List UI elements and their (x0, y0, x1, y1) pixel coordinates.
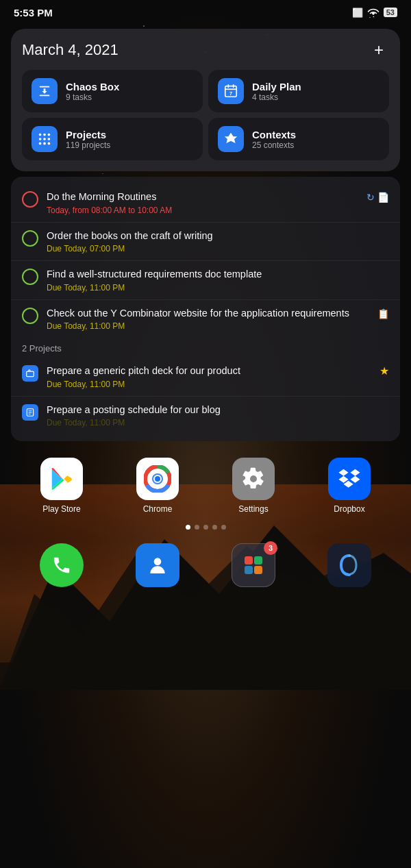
task-title: Prepare a posting schedule for our blog (47, 404, 389, 417)
task-checkbox[interactable] (22, 191, 38, 208)
app-grid: Play Store (0, 447, 411, 521)
status-bar: 5:53 PM ⬜ 53 (0, 0, 411, 25)
wifi-icon (367, 8, 379, 17)
page-dot-4[interactable] (212, 525, 217, 530)
task-body: Find a well-structured requirements doc … (47, 268, 389, 293)
app-item-playstore[interactable]: Play Store (34, 458, 89, 514)
svg-point-18 (48, 142, 51, 145)
svg-point-10 (39, 134, 42, 136)
project-task-item[interactable]: Prepare a generic pitch deck for our pro… (11, 358, 400, 396)
app-label-playstore: Play Store (42, 504, 80, 514)
dock-arc[interactable] (327, 543, 371, 587)
note-type-icon (22, 404, 38, 421)
dropbox-icon (328, 458, 371, 500)
svg-rect-32 (245, 566, 253, 574)
app-label-chrome: Chrome (143, 504, 173, 514)
daily-plan-title: Daily Plan (252, 81, 301, 92)
page-dot-2[interactable] (195, 525, 199, 530)
widget-buttons-grid: Chaos Box 9 tasks 7 Daily Plan 4 (22, 70, 389, 160)
project-task-item[interactable]: Prepare a posting schedule for our blog … (11, 396, 400, 435)
task-icons: 📋 (377, 308, 389, 319)
svg-point-15 (48, 138, 51, 140)
apps-badge: 3 (264, 541, 277, 555)
task-checkbox[interactable] (22, 308, 38, 324)
daily-plan-icon: 7 (218, 78, 244, 104)
note-icon: 📋 (377, 308, 389, 319)
battery-level: 53 (386, 8, 395, 16)
task-item[interactable]: Find a well-structured requirements doc … (11, 260, 400, 299)
daily-plan-subtitle: 4 tasks (252, 92, 301, 102)
svg-rect-4 (40, 86, 50, 88)
dock-contacts[interactable] (136, 543, 179, 587)
apps-grid-icon: 3 (232, 543, 275, 587)
task-item[interactable]: Order the books on the craft of writing … (11, 222, 400, 261)
app-item-dropbox[interactable]: Dropbox (322, 458, 377, 514)
svg-point-12 (48, 134, 51, 136)
daily-plan-text: Daily Plan 4 tasks (252, 81, 301, 102)
svg-point-28 (155, 476, 160, 482)
settings-icon (232, 458, 275, 500)
app-item-settings[interactable]: Settings (226, 458, 281, 514)
widget-header: March 4, 2021 + (22, 40, 389, 60)
add-task-button[interactable]: + (369, 40, 389, 60)
daily-plan-button[interactable]: 7 Daily Plan 4 tasks (208, 70, 389, 112)
status-time: 5:53 PM (14, 7, 53, 18)
task-list: Do the Morning Routines Today, from 08:0… (11, 177, 400, 441)
contexts-button[interactable]: Contexts 25 contexts (208, 118, 389, 160)
projects-button[interactable]: Projects 119 projects (22, 118, 203, 160)
page-dot-1[interactable] (186, 525, 190, 530)
task-title: Check out the Y Combinator website for t… (47, 307, 369, 321)
projects-text: Projects 119 projects (66, 129, 110, 150)
widget-date: March 4, 2021 (22, 41, 119, 59)
task-due: Due Today, 11:00 PM (47, 321, 369, 331)
star-icon: ★ (379, 364, 389, 377)
svg-point-11 (43, 134, 46, 136)
arc-icon (327, 543, 371, 587)
task-due: Due Today, 11:00 PM (47, 283, 389, 293)
svg-rect-31 (254, 556, 262, 565)
svg-rect-30 (245, 556, 253, 565)
task-title: Order the books on the craft of writing (47, 230, 389, 243)
task-widget: March 4, 2021 + Chaos Box 9 tasks (11, 29, 400, 171)
svg-point-16 (39, 142, 42, 145)
task-body: Do the Morning Routines Today, from 08:0… (47, 190, 358, 215)
projects-title: Projects (66, 129, 110, 140)
contexts-text: Contexts 25 contexts (252, 129, 296, 150)
task-title: Do the Morning Routines (47, 190, 358, 204)
app-label-dropbox: Dropbox (334, 504, 364, 514)
playstore-icon (40, 458, 83, 500)
dock-apps[interactable]: 3 (232, 543, 275, 587)
svg-rect-33 (254, 566, 262, 574)
task-due: Due Today, 11:00 PM (47, 380, 371, 389)
chaos-box-button[interactable]: Chaos Box 9 tasks (22, 70, 203, 112)
battery-indicator: 53 (384, 8, 397, 17)
status-icons: ⬜ 53 (352, 8, 397, 18)
section-header: 2 Projects (11, 338, 400, 358)
task-due: Due Today, 11:00 PM (47, 418, 389, 427)
page-dot-3[interactable] (203, 525, 208, 530)
app-item-chrome[interactable]: Chrome (130, 458, 185, 514)
task-body: Prepare a generic pitch deck for our pro… (47, 364, 371, 389)
repeat-icon: ↻ (366, 192, 375, 203)
chaos-box-icon (32, 78, 58, 104)
project-icon (22, 365, 38, 382)
task-checkbox[interactable] (22, 269, 38, 285)
page-dots (0, 521, 411, 536)
task-checkbox[interactable] (22, 230, 38, 247)
bottom-dock: 3 (0, 536, 411, 598)
chaos-box-text: Chaos Box 9 tasks (66, 81, 119, 102)
dock-phone[interactable] (40, 543, 84, 587)
svg-point-13 (39, 138, 42, 140)
contacts-icon (136, 543, 179, 587)
phone-icon (40, 543, 84, 587)
contexts-icon (218, 126, 244, 152)
contexts-title: Contexts (252, 129, 296, 140)
task-title: Find a well-structured requirements doc … (47, 268, 389, 282)
note-icon: 📄 (377, 192, 389, 203)
task-item[interactable]: Do the Morning Routines Today, from 08:0… (11, 184, 400, 222)
svg-rect-19 (27, 371, 34, 377)
page-dot-5[interactable] (221, 525, 226, 530)
chrome-icon (136, 458, 179, 500)
svg-point-14 (43, 138, 46, 140)
task-item[interactable]: Check out the Y Combinator website for t… (11, 299, 400, 338)
